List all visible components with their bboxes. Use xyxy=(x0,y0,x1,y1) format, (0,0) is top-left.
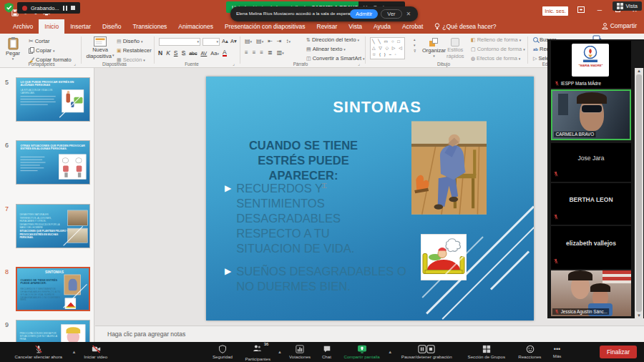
tab-diseno[interactable]: Diseño xyxy=(97,19,127,34)
reset-button[interactable]: ▣Restablecer xyxy=(117,47,152,54)
share-options-chevron[interactable]: ▲ xyxy=(387,350,393,354)
shapes-gallery[interactable]: ╲ ╲ ▭ ○ □ △ ▽ ◇ ▷ ◁ ☆ { } ~ ◦ xyxy=(370,37,405,59)
shape-effects-button[interactable]: ◍Efectos de forma▾ xyxy=(471,55,520,62)
underline-button[interactable]: S xyxy=(174,49,178,57)
chat-button[interactable]: Chat xyxy=(317,342,336,362)
font-size-select[interactable] xyxy=(203,38,220,46)
align-center-icon[interactable]: ≡ xyxy=(253,49,256,56)
reactions-button[interactable]: Reacciones xyxy=(512,342,547,362)
participant-tile-iespp[interactable]: "MARIA MADRE" IESPP Maria MÁdre xyxy=(551,41,631,88)
font-name-select[interactable] xyxy=(159,38,200,46)
shrink-font-button[interactable]: A▾ xyxy=(230,38,237,44)
participants-button[interactable]: 36 Participantes xyxy=(239,342,276,362)
arrange-button[interactable]: Organizar▾ xyxy=(422,38,446,58)
tab-presentacion[interactable]: Presentación con diapositivas xyxy=(219,19,311,34)
breakout-rooms-button[interactable]: Sección de Grupos xyxy=(461,342,512,362)
clipboard-dialog-launcher[interactable]: ⌟ xyxy=(74,61,76,66)
scroll-down-icon[interactable]: ▼ xyxy=(637,313,641,318)
slide-bullet-1[interactable]: ▶ RECUERDOS Y SENTIMIENTOS DESAGRADABLES… xyxy=(225,181,391,256)
unmute-button[interactable]: Cancelar silenciar ahora xyxy=(7,342,69,362)
shapes-row[interactable]: ☆ { } ~ ◦ xyxy=(372,52,403,58)
copy-button[interactable]: Copiar▾ xyxy=(29,47,55,54)
smartart-button[interactable]: ◫Convertir a SmartArt▾ xyxy=(306,55,365,62)
shapes-row[interactable]: △ ▽ ◇ ▷ ◁ xyxy=(372,45,403,52)
tab-revisar[interactable]: Revisar xyxy=(311,19,343,34)
bold-button[interactable]: N xyxy=(158,49,162,57)
align-text-button[interactable]: ▤Alinear texto▾ xyxy=(306,46,346,52)
end-meeting-button[interactable]: Finalizar xyxy=(600,346,637,358)
tab-vista[interactable]: Vista xyxy=(343,19,368,34)
sidebar-scrollbar[interactable]: ▲ ▼ xyxy=(635,68,643,318)
tab-animaciones[interactable]: Animaciones xyxy=(172,19,219,34)
more-button[interactable]: ••• Más xyxy=(548,342,566,362)
scroll-up-icon[interactable]: ▲ xyxy=(637,69,641,73)
encryption-shield-icon[interactable] xyxy=(4,2,14,16)
bullets-icon[interactable]: ▤▾ xyxy=(245,38,252,44)
mic-options-chevron[interactable]: ▲ xyxy=(71,350,77,354)
font-color-button[interactable]: A xyxy=(223,49,227,57)
sign-in-button[interactable]: Inic. ses. xyxy=(542,6,568,16)
columns-icon[interactable]: ▥▾ xyxy=(277,49,284,56)
participant-tile-jose[interactable]: Jose Jara xyxy=(551,143,631,182)
shape-outline-button[interactable]: ▢Contorno de forma▾ xyxy=(471,46,525,52)
slide-title[interactable]: SINTOMAS xyxy=(220,98,534,117)
shapes-scroll[interactable]: ▴▾⊽ xyxy=(414,37,416,53)
text-direction-button[interactable]: ⇅Dirección del texto▾ xyxy=(306,36,359,43)
start-video-button[interactable]: Iniciar video xyxy=(78,342,113,362)
line-spacing-icon[interactable]: ↕▾ xyxy=(286,38,291,44)
layout-button[interactable]: ▤Diseño▾ xyxy=(117,38,143,44)
ribbon-display-icon[interactable] xyxy=(574,6,588,14)
decrease-indent-icon[interactable]: ⇤ xyxy=(268,38,273,44)
slide-heading[interactable]: CUANDO SE TIENE ESTRÉS PUEDE APARECER: xyxy=(224,138,383,183)
security-button[interactable]: Seguridad xyxy=(207,342,238,362)
scrollbar-thumb[interactable] xyxy=(636,74,642,312)
cut-button[interactable]: ✂Cortar xyxy=(29,38,50,44)
participant-tile-bertha[interactable]: BERTHA LEON xyxy=(551,183,631,225)
slide-thumbnail-9[interactable]: PREOCUPACIÓN EXCESIVA POR SITUACIONES QU… xyxy=(16,320,90,342)
align-right-icon[interactable]: ≡ xyxy=(260,49,263,56)
tell-me-box[interactable]: ¿Qué desea hacer? xyxy=(429,19,502,34)
font-dialog-launcher[interactable]: ⌟ xyxy=(233,61,235,66)
change-case-button[interactable]: Aa▾ xyxy=(210,50,219,57)
tab-ayuda[interactable]: Ayuda xyxy=(368,19,396,34)
admit-button[interactable]: Admitir xyxy=(350,9,378,19)
slide-thumbnail-5[interactable]: LO QUE PUEDE PROVOCAR ESTRÉS EN ALGUNAS … xyxy=(16,77,90,122)
see-waiting-room-button[interactable]: Ver xyxy=(381,9,401,19)
tab-inicio[interactable]: Inicio xyxy=(39,19,64,34)
polls-button[interactable]: Votaciones xyxy=(283,342,316,362)
tab-insertar[interactable]: Insertar xyxy=(64,19,97,34)
participants-options-chevron[interactable]: ▲ xyxy=(277,350,283,354)
participant-tile-carmela-video[interactable]: CARMELA BRAVO xyxy=(551,89,631,140)
pause-recording-icon[interactable] xyxy=(63,6,67,11)
justify-icon[interactable]: ≣ xyxy=(268,49,273,56)
slide-thumbnail-6[interactable]: OTRAS SITUACIONES QUE PUEDEN PROVOCAR ES… xyxy=(16,140,90,185)
slide-thumbnail-8-selected[interactable]: SINTOMAS CUANDO SE TIENE ESTRÉS PUEDE AP… xyxy=(16,267,90,311)
participant-tile-elizabeth[interactable]: elizabeth vallejos xyxy=(551,226,631,269)
paragraph-dialog-launcher[interactable]: ⌟ xyxy=(358,61,360,66)
recording-indicator[interactable]: Grabando... xyxy=(17,2,80,14)
current-slide[interactable]: SINTOMAS CUANDO SE TIENE ESTRÉS PUEDE AP… xyxy=(206,77,534,321)
shapes-row[interactable]: ╲ ╲ ▭ ○ □ xyxy=(372,39,403,45)
view-button[interactable]: Vista xyxy=(613,1,642,11)
increase-indent-icon[interactable]: ⇥ xyxy=(277,38,282,44)
slide-image-sorrowing-man[interactable] xyxy=(411,121,487,217)
new-slide-button[interactable]: Nueva diapositiva▾ xyxy=(87,36,114,59)
shadow-button[interactable]: S xyxy=(181,49,185,57)
minimize-icon[interactable]: ─ xyxy=(592,6,607,14)
notes-area[interactable]: Haga clic para agregar notas xyxy=(95,326,644,342)
tab-acrobat[interactable]: Acrobat xyxy=(396,19,429,34)
grow-font-button[interactable]: A▴ xyxy=(222,38,228,44)
tab-archivo[interactable]: Archivo xyxy=(7,19,39,34)
slide-thumbnail-7[interactable]: DESASTRES NATURALES TERREMOTOS, ALUVIONE… xyxy=(16,204,90,248)
share-screen-button[interactable]: Compartir pantalla xyxy=(337,342,386,362)
italic-button[interactable]: K xyxy=(166,49,170,57)
tab-transiciones[interactable]: Transiciones xyxy=(127,19,172,34)
participant-tile-jessica-video[interactable]: Jessica Agustín Sánc... xyxy=(551,270,631,316)
slide-bullet-2[interactable]: ▶ SUEÑOS DESAGRADABLES O NO DUERMES BIEN… xyxy=(225,264,425,294)
toast-close-icon[interactable]: ✕ xyxy=(406,11,411,17)
paste-button[interactable]: Pegar▾ xyxy=(6,36,20,61)
shape-fill-button[interactable]: ◧Relleno de forma▾ xyxy=(471,36,521,43)
share-button[interactable]: Compartir xyxy=(602,22,637,29)
strikethrough-button[interactable]: abc xyxy=(189,51,197,56)
align-left-icon[interactable]: ≡ xyxy=(245,49,248,56)
